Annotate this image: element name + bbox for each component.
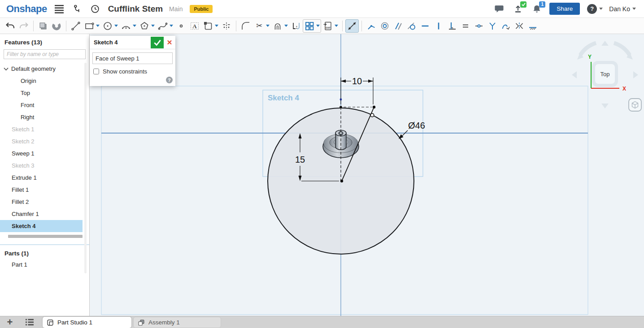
symmetric-constraint-button[interactable]: [513, 19, 526, 33]
help-menu[interactable]: ?: [587, 3, 603, 15]
feature-item-sketch-3[interactable]: Sketch 3: [0, 160, 89, 172]
feature-item-origin[interactable]: Origin: [0, 75, 89, 87]
coincident-constraint-button[interactable]: [365, 19, 378, 33]
chevron-down-icon[interactable]: [4, 65, 9, 72]
rotate-left-arrow[interactable]: [580, 43, 596, 55]
cancel-button[interactable]: ✕: [164, 37, 175, 48]
add-tab-button[interactable]: +: [4, 316, 16, 328]
feature-item-fillet-1[interactable]: Fillet 1: [0, 184, 89, 196]
line-tool-button[interactable]: [69, 19, 83, 33]
feature-filter-input[interactable]: [4, 49, 86, 59]
document-title[interactable]: Cufflink Stem: [108, 4, 163, 14]
midpoint-constraint-button[interactable]: [472, 19, 486, 33]
feature-item-sketch-4[interactable]: Sketch 4: [0, 220, 83, 232]
dimension-tool-button[interactable]: [345, 19, 359, 33]
line-endpoint[interactable]: [373, 106, 375, 108]
revolve-button[interactable]: [50, 19, 63, 33]
import-dxf-button[interactable]: DXF: [321, 19, 339, 33]
sidebar-scrollbar[interactable]: [84, 63, 87, 273]
workspace-name[interactable]: Main: [169, 5, 183, 13]
sketch-plane-field[interactable]: Face of Sweep 1: [92, 52, 173, 64]
feature-item-sweep-1[interactable]: Sweep 1: [0, 147, 89, 160]
rollback-bar[interactable]: [8, 235, 83, 238]
measure-tool-button[interactable]: [289, 19, 303, 33]
trim-tool-button[interactable]: ✂: [252, 19, 271, 33]
extrude-button[interactable]: [36, 19, 50, 33]
feature-item-extrude-1[interactable]: Extrude 1: [0, 172, 89, 184]
circle-center-point[interactable]: [340, 180, 343, 182]
main-menu-icon[interactable]: [53, 3, 65, 15]
undo-button[interactable]: [4, 19, 17, 33]
rotate-right-arrow[interactable]: [614, 43, 630, 55]
history-icon[interactable]: [89, 3, 101, 15]
dim-10-label[interactable]: 10: [352, 76, 362, 86]
feature-item-sketch-2[interactable]: Sketch 2: [0, 135, 89, 147]
dropdown-caret-icon[interactable]: [151, 25, 155, 27]
slot-tool-button[interactable]: [201, 19, 220, 33]
fix-constraint-button[interactable]: [526, 19, 540, 33]
feature-item-fillet-2[interactable]: Fillet 2: [0, 196, 89, 208]
vertical-constraint-button[interactable]: [432, 19, 445, 33]
dropdown-caret-icon[interactable]: [114, 25, 118, 27]
user-menu[interactable]: Dan Ko: [609, 5, 636, 13]
intersection-point[interactable]: [370, 113, 374, 117]
redo-button[interactable]: [17, 19, 30, 33]
tab-list-button[interactable]: [22, 316, 37, 328]
spline-tool-button[interactable]: [156, 19, 174, 33]
point-tool-button[interactable]: [174, 19, 188, 33]
feature-item-top[interactable]: Top: [0, 87, 89, 99]
rotate-down-arrow[interactable]: [601, 104, 609, 108]
dropdown-caret-icon[interactable]: [215, 25, 218, 27]
accept-button[interactable]: [151, 37, 164, 48]
horizontal-constraint-button[interactable]: [418, 19, 432, 33]
share-button[interactable]: Share: [549, 3, 580, 15]
versions-branch-icon[interactable]: [71, 3, 83, 15]
upload-status-icon[interactable]: [512, 3, 524, 15]
rectangle-tool-button[interactable]: [83, 19, 101, 33]
dropdown-caret-icon[interactable]: [284, 25, 288, 27]
fillet-tool-button[interactable]: [239, 19, 252, 33]
part-list-item[interactable]: Part 1: [0, 259, 89, 271]
onshape-logo[interactable]: Onshape: [6, 3, 47, 15]
view-cube[interactable]: Top Y X: [572, 41, 638, 108]
pattern-tool-button[interactable]: [303, 19, 321, 33]
curvature-constraint-button[interactable]: [499, 19, 513, 33]
circle-top-point[interactable]: [339, 106, 342, 108]
dim-15-label[interactable]: 15: [295, 155, 305, 164]
perpendicular-constraint-button[interactable]: [445, 19, 459, 33]
show-constraints-checkbox[interactable]: [93, 69, 99, 74]
feature-item-chamfer-1[interactable]: Chamfer 1: [0, 208, 89, 220]
circle-tool-button[interactable]: [101, 19, 119, 33]
rotate-right-side-arrow[interactable]: [633, 71, 638, 78]
offset-tool-button[interactable]: [271, 19, 289, 33]
tab-assembly[interactable]: Assembly 1: [133, 317, 221, 328]
normal-constraint-button[interactable]: [486, 19, 499, 33]
dropdown-caret-icon[interactable]: [335, 25, 338, 27]
isometric-view-icon[interactable]: [629, 99, 641, 111]
comment-icon[interactable]: [493, 3, 505, 15]
dropdown-caret-icon[interactable]: [170, 25, 173, 27]
concentric-constraint-button[interactable]: [378, 19, 392, 33]
feature-item-sketch-1[interactable]: Sketch 1: [0, 123, 89, 135]
dialog-help-icon[interactable]: ?: [166, 77, 173, 83]
parallel-constraint-button[interactable]: [392, 19, 405, 33]
dropdown-caret-icon[interactable]: [316, 25, 320, 27]
view-cube-face-label[interactable]: Top: [600, 71, 610, 78]
feature-item-front[interactable]: Front: [0, 99, 89, 111]
text-tool-button[interactable]: A: [188, 19, 201, 33]
rotate-up-arrow[interactable]: [601, 41, 609, 46]
notifications-bell-icon[interactable]: 1: [531, 3, 543, 15]
dropdown-caret-icon[interactable]: [266, 25, 270, 27]
feature-item-right[interactable]: Right: [0, 111, 89, 123]
rotate-left-side-arrow[interactable]: [572, 71, 577, 78]
dropdown-caret-icon[interactable]: [96, 25, 100, 27]
mirror-tool-button[interactable]: [220, 19, 233, 33]
dimension-diameter-46[interactable]: Ø46: [399, 121, 425, 139]
tab-part-studio[interactable]: Part Studio 1: [43, 317, 131, 328]
dim-dia-label[interactable]: Ø46: [408, 121, 425, 130]
equal-constraint-button[interactable]: [459, 19, 472, 33]
sketch-plane-label[interactable]: Sketch 4: [268, 94, 299, 102]
feature-item-default-geometry[interactable]: Default geometry: [0, 63, 89, 75]
dropdown-caret-icon[interactable]: [133, 25, 136, 27]
tangent-constraint-button[interactable]: [405, 19, 418, 33]
